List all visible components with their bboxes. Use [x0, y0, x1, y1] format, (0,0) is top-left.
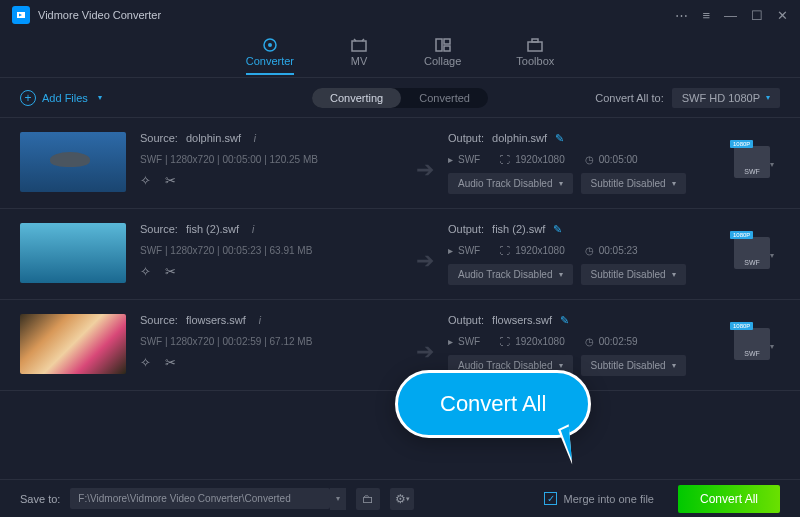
- feedback-icon[interactable]: ⋯: [675, 8, 688, 23]
- out-resolution: ⛶ 1920x1080: [500, 336, 565, 347]
- svg-point-1: [268, 43, 272, 47]
- converter-icon: [260, 37, 280, 53]
- audio-track-select[interactable]: Audio Track Disabled: [448, 173, 573, 194]
- collage-icon: [433, 37, 453, 53]
- tab-converted[interactable]: Converted: [401, 88, 488, 108]
- chevron-down-icon[interactable]: ▾: [770, 342, 774, 351]
- list-item: Source: flowsers.swf i SWF | 1280x720 | …: [0, 300, 800, 391]
- chevron-down-icon: ▾: [98, 93, 102, 102]
- status-tabs: Converting Converted: [312, 88, 488, 108]
- audio-track-select[interactable]: Audio Track Disabled: [448, 355, 573, 376]
- close-icon[interactable]: ✕: [777, 8, 788, 23]
- convert-all-to-select[interactable]: SWF HD 1080P ▾: [672, 88, 780, 108]
- save-to-label: Save to:: [20, 493, 60, 505]
- info-icon[interactable]: i: [249, 132, 261, 144]
- subtitle-select[interactable]: Subtitle Disabled: [581, 173, 686, 194]
- cut-icon[interactable]: ✂: [165, 173, 176, 188]
- edit-icon[interactable]: ✎: [555, 132, 567, 144]
- footer: Save to: ▾ 🗀 ⚙▾ ✓ Merge into one file Co…: [0, 479, 800, 517]
- menu-icon[interactable]: ≡: [702, 8, 710, 23]
- arrow-right-icon: ➔: [416, 248, 434, 274]
- list-item: Source: dolphin.swf i SWF | 1280x720 | 0…: [0, 118, 800, 209]
- thumbnail[interactable]: [20, 132, 126, 192]
- effects-icon[interactable]: ✧: [140, 173, 151, 188]
- file-list: Source: dolphin.swf i SWF | 1280x720 | 0…: [0, 118, 800, 488]
- arrow-right-icon: ➔: [416, 157, 434, 183]
- audio-track-select[interactable]: Audio Track Disabled: [448, 264, 573, 285]
- subtitle-select[interactable]: Subtitle Disabled: [581, 355, 686, 376]
- svg-rect-6: [528, 42, 542, 51]
- output-format-badge[interactable]: SWF: [734, 237, 770, 269]
- output-format-badge[interactable]: SWF: [734, 328, 770, 360]
- info-icon[interactable]: i: [247, 223, 259, 235]
- toolbar: + Add Files ▾ Converting Converted Conve…: [0, 78, 800, 118]
- info-icon[interactable]: i: [254, 314, 266, 326]
- cut-icon[interactable]: ✂: [165, 264, 176, 279]
- svg-rect-5: [444, 46, 450, 51]
- nav-toolbox[interactable]: Toolbox: [516, 37, 554, 71]
- toolbox-icon: [525, 37, 545, 53]
- output-format-badge[interactable]: SWF: [734, 146, 770, 178]
- maximize-icon[interactable]: ☐: [751, 8, 763, 23]
- chevron-down-icon[interactable]: ▾: [770, 160, 774, 169]
- edit-icon[interactable]: ✎: [560, 314, 572, 326]
- effects-icon[interactable]: ✧: [140, 355, 151, 370]
- out-resolution: ⛶ 1920x1080: [500, 245, 565, 256]
- source-meta: SWF | 1280x720 | 00:05:23 | 63.91 MB: [140, 245, 402, 256]
- thumbnail[interactable]: [20, 223, 126, 283]
- chevron-down-icon[interactable]: ▾: [770, 251, 774, 260]
- source-meta: SWF | 1280x720 | 00:05:00 | 120.25 MB: [140, 154, 402, 165]
- app-title: Vidmore Video Converter: [38, 9, 675, 21]
- out-format: ▸ SWF: [448, 336, 480, 347]
- convert-all-button[interactable]: Convert All: [678, 485, 780, 513]
- plus-icon: +: [20, 90, 36, 106]
- app-logo: [12, 6, 30, 24]
- thumbnail[interactable]: [20, 314, 126, 374]
- cut-icon[interactable]: ✂: [165, 355, 176, 370]
- chevron-down-icon: ▾: [766, 93, 770, 102]
- out-resolution: ⛶ 1920x1080: [500, 154, 565, 165]
- main-nav: Converter MV Collage Toolbox: [0, 30, 800, 78]
- out-duration: ◷ 00:02:59: [585, 336, 638, 347]
- svg-rect-7: [532, 39, 538, 42]
- out-format: ▸ SWF: [448, 154, 480, 165]
- save-path-input[interactable]: [70, 488, 330, 509]
- path-dropdown-icon[interactable]: ▾: [330, 488, 346, 510]
- svg-rect-2: [352, 41, 366, 51]
- nav-converter[interactable]: Converter: [246, 37, 294, 71]
- list-item: Source: fish (2).swf i SWF | 1280x720 | …: [0, 209, 800, 300]
- nav-collage[interactable]: Collage: [424, 37, 461, 71]
- edit-icon[interactable]: ✎: [553, 223, 565, 235]
- titlebar: Vidmore Video Converter ⋯ ≡ — ☐ ✕: [0, 0, 800, 30]
- source-meta: SWF | 1280x720 | 00:02:59 | 67.12 MB: [140, 336, 402, 347]
- svg-rect-4: [444, 39, 450, 44]
- checkbox-icon: ✓: [544, 492, 557, 505]
- browse-folder-icon[interactable]: 🗀: [356, 488, 380, 510]
- minimize-icon[interactable]: —: [724, 8, 737, 23]
- add-files-button[interactable]: + Add Files ▾: [20, 90, 102, 106]
- settings-icon[interactable]: ⚙▾: [390, 488, 414, 510]
- out-duration: ◷ 00:05:00: [585, 154, 638, 165]
- arrow-right-icon: ➔: [416, 339, 434, 365]
- tab-converting[interactable]: Converting: [312, 88, 401, 108]
- merge-checkbox[interactable]: ✓ Merge into one file: [544, 492, 654, 505]
- nav-mv[interactable]: MV: [349, 37, 369, 71]
- subtitle-select[interactable]: Subtitle Disabled: [581, 264, 686, 285]
- effects-icon[interactable]: ✧: [140, 264, 151, 279]
- out-duration: ◷ 00:05:23: [585, 245, 638, 256]
- out-format: ▸ SWF: [448, 245, 480, 256]
- convert-all-to-label: Convert All to:: [595, 92, 663, 104]
- mv-icon: [349, 37, 369, 53]
- svg-rect-3: [436, 39, 442, 51]
